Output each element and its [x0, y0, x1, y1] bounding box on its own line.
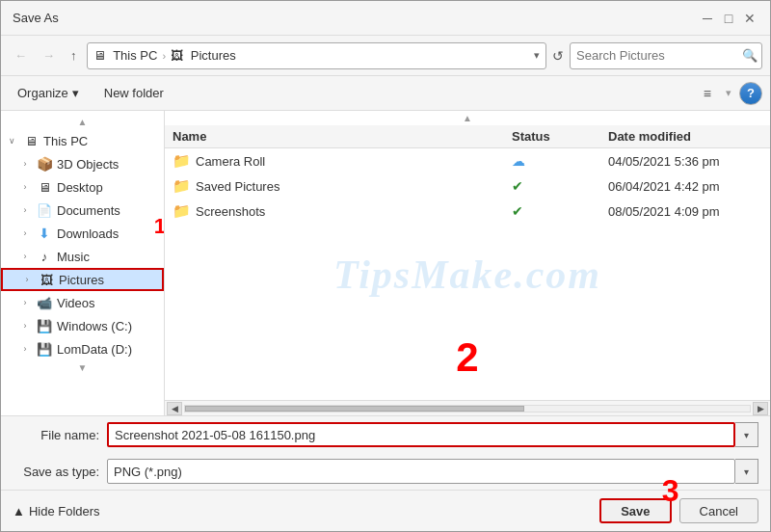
filename-input[interactable]: [107, 422, 735, 447]
cancel-button[interactable]: Cancel: [679, 498, 758, 523]
3d-objects-label: 3D Objects: [57, 157, 119, 172]
footer: ▲ Hide Folders Save 3 Cancel: [1, 490, 770, 531]
content-scroll-up[interactable]: ▲: [165, 111, 770, 125]
saved-pictures-status: ✔: [512, 178, 608, 194]
view-toggle-button[interactable]: ≡: [697, 82, 718, 105]
hide-folders-icon: ▲: [13, 504, 25, 519]
organize-chevron: ▾: [72, 86, 79, 100]
sidebar-scroll-down[interactable]: ▼: [1, 360, 164, 375]
organize-button[interactable]: Organize ▾: [9, 82, 88, 104]
camera-roll-status: ☁: [512, 153, 608, 169]
camera-roll-date: 04/05/2021 5:36 pm: [608, 154, 762, 169]
filename-input-wrapper: ▾: [107, 422, 758, 447]
forward-button[interactable]: →: [37, 44, 61, 66]
scroll-right-button[interactable]: ▶: [753, 402, 768, 415]
breadcrumb-pictures: 🖼 Pictures: [171, 48, 236, 63]
search-input[interactable]: [576, 48, 738, 63]
save-label: Save: [621, 504, 650, 519]
filetype-row: Save as type: ▾: [1, 453, 770, 490]
content-area: ▲ Name Status Date modified 📁 Camera Rol…: [165, 111, 770, 415]
sidebar-scroll-up[interactable]: ▲: [1, 115, 164, 129]
lomdata-d-icon: 💾: [36, 340, 53, 358]
up-button[interactable]: ↑: [65, 44, 83, 66]
scroll-track[interactable]: [184, 405, 751, 412]
address-bar[interactable]: 🖥 This PC › 🖼 Pictures ▾: [87, 42, 547, 69]
save-button[interactable]: Save 3: [599, 498, 671, 523]
expand-music: ›: [18, 250, 32, 263]
filetype-input[interactable]: [107, 459, 735, 484]
expand-downloads: ›: [18, 226, 32, 240]
sidebar-item-videos[interactable]: › 📹 Videos: [1, 291, 164, 314]
this-pc-label: This PC: [43, 134, 88, 148]
search-box: 🔍: [570, 42, 762, 69]
view-chevron[interactable]: ▾: [726, 87, 731, 99]
videos-icon: 📹: [36, 294, 53, 311]
downloads-icon: ⬇: [36, 225, 53, 242]
main-area: ▲ ∨ 🖥 This PC › 📦 3D Objects › 🖥: [1, 111, 770, 415]
minimize-button[interactable]: ─: [699, 10, 716, 27]
horizontal-scrollbar: ◀ ▶: [165, 400, 770, 415]
col-name-header: Name: [173, 129, 512, 144]
downloads-label: Downloads: [57, 226, 119, 241]
dialog-title: Save As: [13, 11, 59, 25]
desktop-icon: 🖥: [36, 178, 53, 196]
toolbar: Organize ▾ New folder ≡ ▾ ?: [1, 76, 770, 111]
file-list-header: Name Status Date modified: [165, 125, 770, 148]
col-status-header: Status: [512, 129, 608, 144]
sidebar-item-downloads[interactable]: › ⬇ Downloads 1: [1, 222, 164, 245]
breadcrumb-sep-1: ›: [159, 50, 169, 62]
close-button[interactable]: ✕: [741, 10, 758, 27]
scroll-thumb[interactable]: [185, 406, 524, 412]
navigation-bar: ← → ↑ 🖥 This PC › 🖼 Pictures ▾ ↺ 🔍: [1, 36, 770, 76]
sidebar-item-lomdata-d[interactable]: › 💾 LomData (D:): [1, 337, 164, 360]
sidebar-item-music[interactable]: › ♪ Music: [1, 245, 164, 268]
back-button[interactable]: ←: [9, 44, 33, 66]
refresh-button[interactable]: ↺: [550, 46, 566, 66]
help-button[interactable]: ?: [739, 82, 762, 105]
table-row[interactable]: 📁 Saved Pictures ✔ 06/04/2021 4:42 pm: [165, 173, 770, 199]
breadcrumb-pc: 🖥 This PC: [93, 48, 158, 63]
expand-lomdata-d: ›: [18, 342, 32, 356]
title-bar: Save As ─ □ ✕: [1, 1, 770, 36]
new-folder-button[interactable]: New folder: [95, 82, 173, 104]
footer-buttons: Save 3 Cancel: [599, 498, 758, 523]
screenshots-icon: 📁: [173, 202, 190, 220]
scroll-left-button[interactable]: ◀: [167, 402, 182, 415]
saved-pictures-name: Saved Pictures: [196, 179, 512, 194]
saved-pictures-date: 06/04/2021 4:42 pm: [608, 179, 762, 194]
pictures-bc-icon: 🖼: [171, 48, 183, 63]
sidebar-item-documents[interactable]: › 📄 Documents: [1, 199, 164, 222]
sidebar-item-this-pc[interactable]: ∨ 🖥 This PC: [1, 129, 164, 152]
breadcrumb: 🖥 This PC › 🖼 Pictures: [93, 48, 531, 63]
hide-folders-label: Hide Folders: [29, 504, 100, 519]
sidebar-item-pictures[interactable]: › 🖼 Pictures: [1, 268, 164, 291]
sidebar-item-desktop[interactable]: › 🖥 Desktop: [1, 175, 164, 199]
music-icon: ♪: [36, 248, 53, 265]
expand-pictures: ›: [20, 273, 34, 286]
sidebar: ▲ ∨ 🖥 This PC › 📦 3D Objects › 🖥: [1, 111, 165, 415]
address-chevron[interactable]: ▾: [534, 49, 540, 62]
filename-dropdown-button[interactable]: ▾: [735, 422, 758, 447]
this-pc-icon: 🖥: [22, 132, 40, 149]
filetype-label: Save as type:: [13, 465, 99, 479]
expand-videos: ›: [18, 296, 32, 309]
pc-icon: 🖥: [93, 48, 106, 63]
expand-this-pc: ∨: [5, 134, 18, 147]
pictures-icon: 🖼: [38, 271, 55, 288]
hide-folders-button[interactable]: ▲ Hide Folders: [13, 504, 100, 519]
expand-3d-objects: ›: [18, 157, 32, 171]
table-row[interactable]: 📁 Screenshots ✔ 08/05/2021 4:09 pm: [165, 199, 770, 224]
filetype-dropdown-button[interactable]: ▾: [735, 459, 758, 484]
pictures-label: Pictures: [59, 273, 104, 287]
window-controls: ─ □ ✕: [699, 10, 758, 27]
file-list-wrapper: 📁 Camera Roll ☁ 04/05/2021 5:36 pm 📁 Sav…: [165, 148, 770, 400]
camera-roll-icon: 📁: [173, 152, 190, 170]
3d-objects-icon: 📦: [36, 155, 53, 173]
maximize-button[interactable]: □: [720, 10, 737, 27]
filetype-input-wrapper: ▾: [107, 459, 758, 484]
sidebar-item-windows-c[interactable]: › 💾 Windows (C:): [1, 314, 164, 337]
sidebar-item-3d-objects[interactable]: › 📦 3D Objects: [1, 152, 164, 175]
expand-windows-c: ›: [18, 319, 32, 332]
table-row[interactable]: 📁 Camera Roll ☁ 04/05/2021 5:36 pm: [165, 148, 770, 173]
bottom-bar: File name: ▾ Save as type: ▾: [1, 415, 770, 490]
